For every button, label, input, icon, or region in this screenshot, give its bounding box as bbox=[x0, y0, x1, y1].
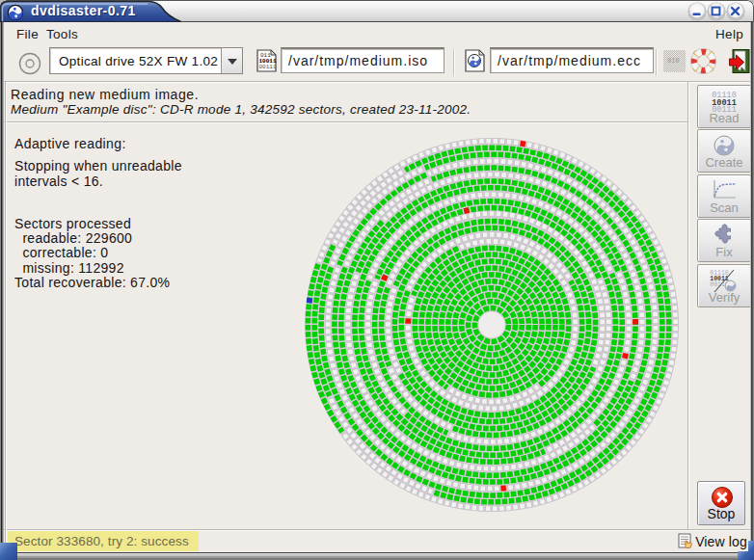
svg-text:00111: 00111 bbox=[259, 64, 277, 70]
